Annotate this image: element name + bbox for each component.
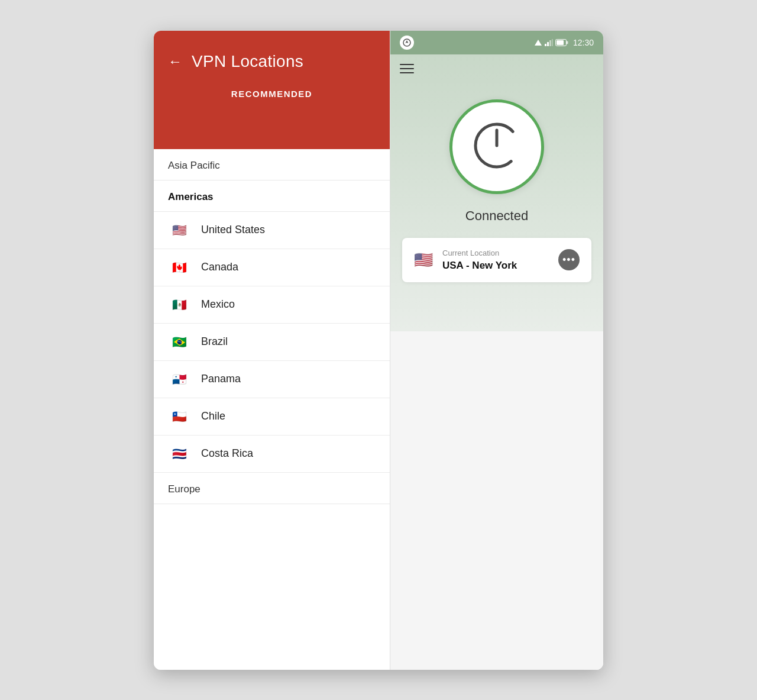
flag-panama: 🇵🇦 bbox=[168, 372, 190, 387]
region-americas[interactable]: Americas bbox=[154, 180, 390, 212]
location-name-us: United States bbox=[201, 224, 265, 236]
status-icons bbox=[534, 39, 568, 46]
left-header: ← VPN Locations RECOMMENDED bbox=[154, 31, 390, 149]
location-name-panama: Panama bbox=[201, 373, 241, 385]
location-name-mexico: Mexico bbox=[201, 298, 235, 311]
hamburger-line-3 bbox=[400, 72, 414, 73]
location-item-brazil[interactable]: 🇧🇷 Brazil bbox=[154, 324, 390, 361]
current-location-label: Current Location bbox=[442, 249, 549, 257]
status-bar-right: 12:30 bbox=[534, 38, 594, 47]
header-title-row: ← VPN Locations bbox=[154, 31, 390, 83]
region-asia-pacific[interactable]: Asia Pacific bbox=[154, 149, 390, 180]
location-list: Asia Pacific Americas 🇺🇸 United States 🇨… bbox=[154, 149, 390, 670]
svg-rect-8 bbox=[567, 41, 568, 44]
flag-chile: 🇨🇱 bbox=[168, 409, 190, 424]
location-item-panama[interactable]: 🇵🇦 Panama bbox=[154, 361, 390, 398]
location-item-chile[interactable]: 🇨🇱 Chile bbox=[154, 398, 390, 436]
hamburger-line-1 bbox=[400, 64, 414, 65]
location-item-canada[interactable]: 🇨🇦 Canada bbox=[154, 249, 390, 286]
hamburger-menu-button[interactable] bbox=[400, 64, 414, 73]
connected-status-label: Connected bbox=[465, 208, 528, 224]
page-title: VPN Locations bbox=[192, 52, 303, 71]
svg-rect-5 bbox=[552, 39, 553, 46]
more-options-button[interactable]: ••• bbox=[558, 249, 580, 270]
location-item-costa-rica[interactable]: 🇨🇷 Costa Rica bbox=[154, 436, 390, 473]
flag-mexico: 🇲🇽 bbox=[168, 297, 190, 312]
svg-rect-3 bbox=[547, 42, 549, 46]
vpn-logo bbox=[400, 36, 414, 50]
vpn-content-area: Connected 🇺🇸 Current Location USA - New … bbox=[390, 54, 603, 670]
recommended-label: RECOMMENDED bbox=[154, 83, 390, 113]
location-item-us[interactable]: 🇺🇸 United States bbox=[154, 212, 390, 249]
location-card-info: Current Location USA - New York bbox=[442, 249, 549, 272]
flag-costa-rica: 🇨🇷 bbox=[168, 446, 190, 462]
svg-rect-2 bbox=[545, 44, 546, 46]
svg-rect-7 bbox=[557, 40, 564, 45]
power-button[interactable] bbox=[449, 99, 544, 194]
current-location-name: USA - New York bbox=[442, 260, 549, 272]
location-name-canada: Canada bbox=[201, 261, 238, 273]
flag-canada: 🇨🇦 bbox=[168, 260, 190, 275]
status-bar-left bbox=[400, 36, 414, 50]
status-bar: 12:30 bbox=[390, 31, 603, 54]
flag-us: 🇺🇸 bbox=[168, 222, 190, 238]
power-icon bbox=[473, 122, 520, 172]
location-name-chile: Chile bbox=[201, 410, 225, 422]
hamburger-line-2 bbox=[400, 68, 414, 69]
svg-marker-1 bbox=[535, 40, 542, 46]
region-europe[interactable]: Europe bbox=[154, 473, 390, 504]
status-time: 12:30 bbox=[573, 38, 594, 47]
back-button[interactable]: ← bbox=[168, 53, 182, 70]
left-panel: ← VPN Locations RECOMMENDED Asia Pacific… bbox=[154, 31, 390, 670]
current-location-flag: 🇺🇸 bbox=[414, 251, 433, 269]
device-container: ← VPN Locations RECOMMENDED Asia Pacific… bbox=[154, 31, 603, 670]
svg-rect-4 bbox=[549, 40, 551, 46]
location-name-brazil: Brazil bbox=[201, 336, 228, 348]
right-panel: 12:30 Connected bbox=[390, 31, 603, 670]
location-name-costa-rica: Costa Rica bbox=[201, 447, 253, 460]
location-item-mexico[interactable]: 🇲🇽 Mexico bbox=[154, 286, 390, 324]
location-card: 🇺🇸 Current Location USA - New York ••• bbox=[402, 238, 591, 282]
flag-brazil: 🇧🇷 bbox=[168, 334, 190, 350]
